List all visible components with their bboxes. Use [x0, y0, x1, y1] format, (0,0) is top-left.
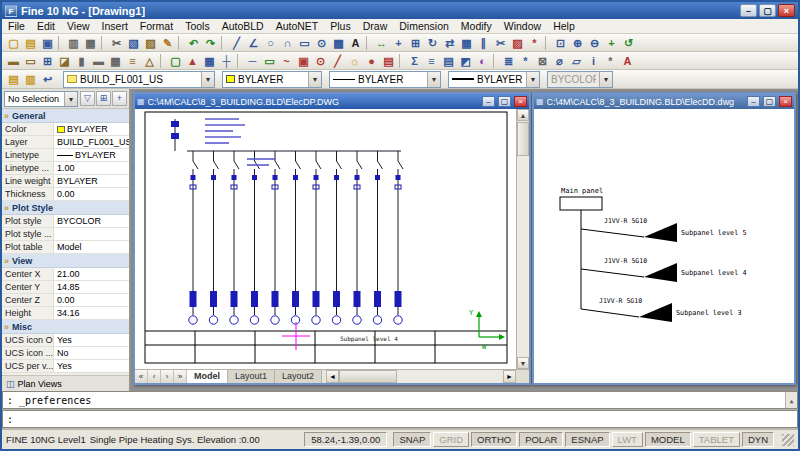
quick-select-icon[interactable]: ▽ [80, 91, 95, 106]
menu-plus[interactable]: Plus [324, 19, 356, 34]
lineweight-combo[interactable]: BYLAYER ▾ [448, 71, 540, 88]
zoom-window-icon[interactable]: ⊡ [552, 35, 569, 51]
toggle-lwt[interactable]: LWT [612, 432, 643, 447]
section-general[interactable]: »General [2, 109, 129, 123]
calculation-icon[interactable]: Σ [406, 53, 423, 69]
child-restore-button[interactable]: ▢ [763, 96, 776, 107]
titlebar[interactable]: F Fine 10 NG - [Drawing1] – ▢ × [2, 2, 798, 19]
child-minimize-button[interactable]: – [747, 96, 760, 107]
elecdd-titlebar[interactable]: ▦ C:\4M\CALC\8_3_BUILDING.BLD\ElecDD.dwg… [534, 94, 794, 109]
menu-dimension[interactable]: Dimension [393, 19, 455, 34]
match-properties-icon[interactable]: ✎ [159, 35, 176, 51]
pipe-icon[interactable]: ─ [244, 53, 261, 69]
rotate-icon[interactable]: ↻ [424, 35, 441, 51]
move-icon[interactable]: + [390, 35, 407, 51]
menu-help[interactable]: Help [547, 19, 581, 34]
copy-object-icon[interactable]: ⊞ [407, 35, 424, 51]
child-close-button[interactable]: × [779, 96, 792, 107]
command-scrollbar[interactable]: ▲▼ [785, 392, 797, 408]
menu-view[interactable]: View [61, 19, 96, 34]
regen-icon[interactable]: ↺ [620, 35, 637, 51]
menu-draw[interactable]: Draw [357, 19, 394, 34]
elecdp-titlebar[interactable]: ▦ C:\4M\CALC\8_3_BUILDING.BLD\ElecDP.DWG… [135, 94, 529, 109]
layers-icon[interactable]: ≣ [500, 53, 517, 69]
measure-icon[interactable]: ⌀ [551, 53, 568, 69]
scroll-left-icon[interactable]: ◄ [326, 370, 339, 383]
zoom-out-icon[interactable]: ⊖ [586, 35, 603, 51]
child-restore-button[interactable]: ▢ [498, 96, 511, 107]
close-button[interactable]: × [778, 4, 795, 17]
north-icon[interactable]: ▲ [184, 53, 201, 69]
stairs-icon[interactable]: ≡ [124, 53, 141, 69]
section-misc[interactable]: »Misc [2, 320, 129, 334]
save-icon[interactable]: ▣ [39, 35, 56, 51]
selection-combo[interactable]: No Selection ▾ [4, 91, 78, 107]
print-icon[interactable]: ▥ [65, 35, 82, 51]
cable-icon[interactable]: ~ [278, 53, 295, 69]
dimension-icon[interactable]: ↔ [373, 35, 390, 51]
scroll-down-icon[interactable]: ▼ [786, 408, 797, 409]
child-close-button[interactable]: × [514, 96, 527, 107]
freeze-icon[interactable]: * [517, 53, 534, 69]
toggle-grid[interactable]: GRID [433, 432, 469, 447]
layer-previous-icon[interactable]: ↩ [39, 71, 56, 87]
section-plot-style[interactable]: »Plot Style [2, 201, 129, 215]
toggle-model[interactable]: MODEL [645, 432, 691, 447]
array-icon[interactable]: ▦ [458, 35, 475, 51]
menu-tools[interactable]: Tools [179, 19, 216, 34]
settings-icon[interactable]: * [602, 53, 619, 69]
wall-icon[interactable]: ▬ [5, 53, 22, 69]
toggle-snap[interactable]: SNAP [393, 432, 431, 447]
door-icon[interactable]: ◪ [56, 53, 73, 69]
chevron-down-icon[interactable]: ▾ [64, 92, 77, 106]
roof-icon[interactable]: △ [141, 53, 158, 69]
redo-icon[interactable]: ↷ [202, 35, 219, 51]
scroll-up-icon[interactable]: ▲ [786, 393, 797, 408]
render-icon[interactable]: ◐ [474, 53, 491, 69]
trim-icon[interactable]: ✂ [492, 35, 509, 51]
tab-prev-button[interactable]: ‹ [148, 370, 161, 383]
erase-icon[interactable]: ▨ [509, 35, 526, 51]
command-history[interactable]: : _preferences ▲▼ [2, 391, 798, 409]
toggle-tablet[interactable]: TABLET [693, 432, 740, 447]
toggle-esnap[interactable]: ESNAP [565, 432, 609, 447]
column-icon[interactable]: ▮ [73, 53, 90, 69]
elecdp-drawing[interactable]: Subpanel level 4YW [135, 109, 516, 369]
menu-file[interactable]: File [2, 19, 31, 34]
menu-format[interactable]: Format [134, 19, 179, 34]
legend-icon[interactable]: ≡ [423, 53, 440, 69]
undo-icon[interactable]: ↶ [185, 35, 202, 51]
tab-last-button[interactable]: » [174, 370, 187, 383]
tab-plan-views[interactable]: ◫ Plan Views [2, 375, 129, 391]
beam-icon[interactable]: ▬ [90, 53, 107, 69]
schedule-icon[interactable]: ▤ [440, 53, 457, 69]
cut-icon[interactable]: ✂ [108, 35, 125, 51]
lamp-icon[interactable]: ☼ [346, 53, 363, 69]
toggle-ortho[interactable]: ORTHO [471, 432, 517, 447]
slab-icon[interactable]: ▦ [107, 53, 124, 69]
explode-icon[interactable]: * [526, 35, 543, 51]
menu-edit[interactable]: Edit [31, 19, 61, 34]
socket-icon[interactable]: ⊙ [312, 53, 329, 69]
panel-icon[interactable]: ▣ [295, 53, 312, 69]
area-icon[interactable]: ▱ [568, 53, 585, 69]
drawing-window-elecdd[interactable]: ▦ C:\4M\CALC\8_3_BUILDING.BLD\ElecDD.dwg… [532, 92, 796, 385]
layer-combo[interactable]: BUILD_FL001_US ▾ [63, 71, 215, 88]
mirror-icon[interactable]: ⇄ [441, 35, 458, 51]
new-icon[interactable]: ▢ [5, 35, 22, 51]
scroll-right-icon[interactable]: ► [503, 370, 516, 383]
tab-model[interactable]: Model [187, 370, 228, 383]
tab-layout2[interactable]: Layout2 [275, 370, 322, 383]
pickadd-toggle-icon[interactable]: + [112, 91, 127, 106]
distribution-icon[interactable]: ▤ [380, 53, 397, 69]
duct-icon[interactable]: ▭ [261, 53, 278, 69]
open-icon[interactable]: ▤ [22, 35, 39, 51]
menu-insert[interactable]: Insert [96, 19, 134, 34]
chevron-down-icon[interactable]: ▾ [526, 72, 539, 87]
copy-icon[interactable]: ▧ [125, 35, 142, 51]
scrollbar-thumb[interactable] [517, 122, 529, 156]
chevron-down-icon[interactable]: ▾ [308, 72, 321, 87]
arc-icon[interactable]: ∩ [279, 35, 296, 51]
offset-icon[interactable]: ∥ [475, 35, 492, 51]
menu-autonet[interactable]: AutoNET [270, 19, 325, 34]
